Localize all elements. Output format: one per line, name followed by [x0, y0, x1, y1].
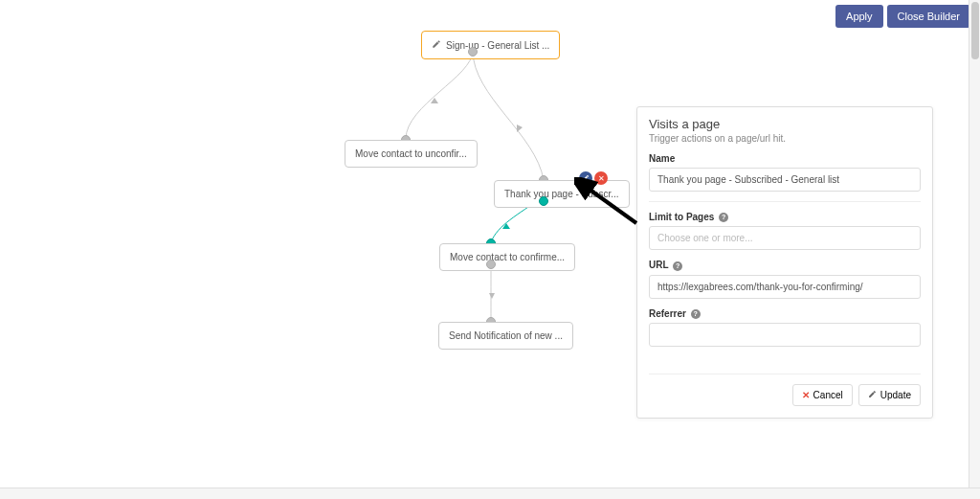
horizontal-scrollbar[interactable]	[0, 488, 980, 499]
scrollbar-thumb[interactable]	[971, 2, 979, 59]
svg-marker-1	[517, 125, 523, 132]
help-icon[interactable]: ?	[691, 309, 701, 319]
close-icon: ✕	[802, 390, 810, 400]
move-unconfirmed-node[interactable]: Move contact to unconfir...	[345, 140, 478, 168]
svg-marker-3	[489, 293, 495, 299]
help-icon[interactable]: ?	[673, 261, 682, 271]
vertical-scrollbar[interactable]	[969, 0, 980, 488]
update-button[interactable]: Update	[858, 384, 921, 406]
edit-panel: Visits a page Trigger actions on a page/…	[636, 106, 933, 419]
delete-node-icon[interactable]: ✕	[594, 171, 608, 185]
node-label: Send Notification of new ...	[449, 330, 563, 341]
endpoint-yes[interactable]	[539, 196, 548, 206]
send-notification-node[interactable]: Send Notification of new ...	[438, 322, 573, 350]
svg-marker-0	[431, 98, 438, 103]
cancel-button[interactable]: ✕ Cancel	[792, 384, 853, 406]
help-icon[interactable]: ?	[719, 213, 728, 222]
source-node[interactable]: Sign-up - General List ...	[421, 31, 560, 59]
name-input[interactable]	[649, 168, 921, 192]
url-label: URL ?	[649, 260, 921, 270]
node-label: Move contact to unconfir...	[355, 148, 467, 159]
edit-icon	[432, 39, 441, 51]
source-node-label: Sign-up - General List ...	[446, 40, 549, 51]
node-label: Move contact to confirme...	[450, 252, 565, 262]
panel-title: Visits a page	[649, 117, 921, 131]
panel-subtitle: Trigger actions on a page/url hit.	[649, 133, 921, 144]
url-input[interactable]	[649, 275, 921, 299]
limit-pages-label: Limit to Pages ?	[649, 212, 921, 222]
thank-you-node[interactable]: Thank you page - Subscr...	[494, 180, 630, 208]
referrer-label: Referrer ?	[649, 308, 921, 319]
pencil-icon	[868, 390, 877, 400]
endpoint[interactable]	[486, 260, 496, 269]
name-label: Name	[649, 153, 921, 164]
move-confirmed-node[interactable]: Move contact to confirme...	[439, 243, 575, 271]
limit-pages-select[interactable]: Choose one or more...	[649, 226, 921, 250]
endpoint[interactable]	[468, 47, 478, 57]
edit-node-icon[interactable]	[579, 171, 592, 185]
referrer-input[interactable]	[649, 323, 921, 347]
svg-marker-2	[502, 223, 510, 229]
node-label: Thank you page - Subscr...	[504, 189, 619, 199]
